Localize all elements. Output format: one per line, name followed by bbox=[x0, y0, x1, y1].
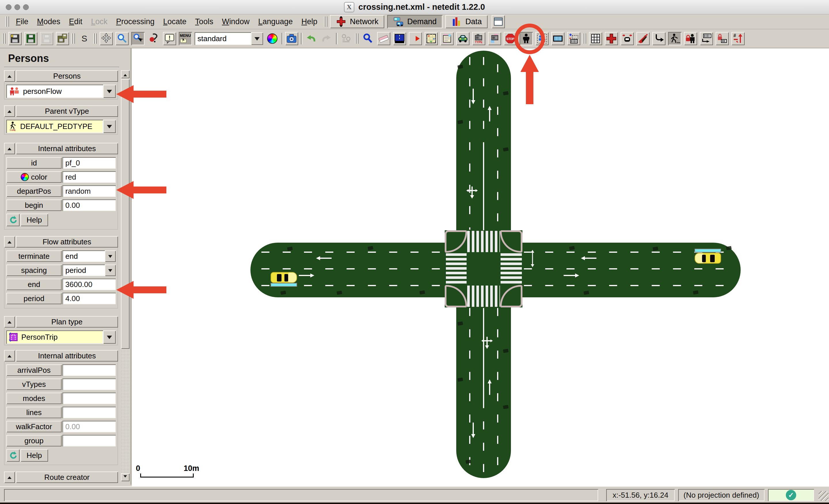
feedback-dialog-button[interactable]: ! bbox=[163, 32, 176, 45]
bus-stop-west[interactable] bbox=[271, 283, 297, 287]
container-trip-button[interactable] bbox=[700, 32, 713, 45]
toolbar-grip-3[interactable] bbox=[94, 33, 97, 44]
route-mode-button[interactable] bbox=[393, 32, 406, 45]
scrollbar-thumb[interactable] bbox=[121, 79, 130, 349]
help-button-1[interactable]: Help bbox=[21, 214, 48, 226]
pedestrian-mode-button[interactable] bbox=[668, 32, 681, 45]
vehicle-west[interactable] bbox=[271, 272, 297, 283]
hide-shapes-button[interactable] bbox=[637, 32, 650, 45]
menu-processing[interactable]: Processing bbox=[112, 15, 159, 28]
type-distribution-button[interactable] bbox=[488, 32, 501, 45]
junction-shape-button[interactable] bbox=[605, 32, 618, 45]
save-additionals-button[interactable] bbox=[24, 32, 37, 45]
period-field[interactable] bbox=[63, 293, 116, 304]
elevation-arrow-button[interactable]: # bbox=[731, 32, 745, 45]
person-element-combo[interactable]: personFlow bbox=[6, 85, 116, 98]
supermode-demand-button[interactable]: Demand bbox=[387, 15, 442, 28]
departpos-field[interactable] bbox=[63, 185, 116, 197]
color-field[interactable] bbox=[63, 171, 116, 183]
recenter-view-button[interactable] bbox=[100, 32, 113, 45]
crosswalk-north[interactable] bbox=[467, 231, 500, 252]
scrollbar-up-button[interactable] bbox=[121, 70, 130, 78]
network-view-canvas[interactable]: 0 10m bbox=[132, 48, 829, 486]
taz-mode-button[interactable] bbox=[440, 32, 454, 45]
resize-grip[interactable] bbox=[819, 491, 828, 501]
vehicle-route-toggle-button[interactable] bbox=[621, 32, 634, 45]
reset-attributes-button[interactable] bbox=[6, 214, 20, 226]
supermode-data-button[interactable]: Data bbox=[445, 15, 488, 28]
menu-file[interactable]: File bbox=[11, 15, 33, 28]
new-window-button[interactable] bbox=[492, 15, 505, 28]
menu-window[interactable]: Window bbox=[218, 15, 254, 28]
lines-field[interactable] bbox=[63, 407, 116, 418]
save-all-button[interactable] bbox=[56, 32, 69, 45]
type-mode-button[interactable]: TYPE bbox=[472, 32, 485, 45]
menu-locate[interactable]: Locate bbox=[159, 15, 191, 28]
color-attribute-button[interactable]: color bbox=[6, 171, 62, 183]
lock-container-button[interactable] bbox=[716, 32, 729, 45]
grid-toggle-button[interactable] bbox=[589, 32, 602, 45]
zoom-mode-button[interactable] bbox=[115, 32, 129, 45]
find-button[interactable] bbox=[361, 32, 374, 45]
minimize-window-button[interactable] bbox=[14, 4, 20, 10]
simulation-breakpoint-button[interactable]: S bbox=[78, 32, 91, 45]
crosswalk-south[interactable] bbox=[467, 286, 500, 307]
vtypes-field[interactable] bbox=[63, 379, 116, 390]
scrollbar-down-button[interactable] bbox=[121, 473, 130, 481]
id-field[interactable] bbox=[63, 157, 116, 169]
inspect-locate-button[interactable] bbox=[131, 32, 144, 45]
undo-button[interactable] bbox=[304, 32, 318, 45]
end-field[interactable] bbox=[63, 279, 116, 290]
collapse-vtype-button[interactable] bbox=[4, 105, 15, 117]
context-help-button[interactable]: X bbox=[147, 32, 160, 45]
collapse-plan-button[interactable] bbox=[4, 316, 15, 328]
arrivalpos-field[interactable] bbox=[63, 364, 116, 376]
supermode-grip[interactable] bbox=[324, 16, 328, 27]
menu-language[interactable]: Language bbox=[254, 15, 297, 28]
delete-mode-button[interactable] bbox=[377, 32, 390, 45]
crosswalk-west[interactable] bbox=[446, 253, 467, 284]
toolbar-grip-5[interactable] bbox=[583, 33, 586, 44]
color-scheme-button[interactable] bbox=[266, 32, 279, 45]
collapse-internal2-button[interactable] bbox=[4, 350, 15, 362]
parent-vtype-dropdown-arrow[interactable] bbox=[103, 120, 116, 133]
screenshot-button[interactable] bbox=[285, 32, 298, 45]
menu-modes[interactable]: Modes bbox=[33, 15, 65, 28]
spacing-dropdown-arrow[interactable] bbox=[105, 264, 116, 276]
vehicle-east[interactable] bbox=[694, 253, 721, 264]
collapse-internal1-button[interactable] bbox=[4, 143, 15, 154]
container-plan-mode-button[interactable] bbox=[567, 32, 580, 45]
menu-tools[interactable]: Tools bbox=[191, 15, 218, 28]
container-mode-button[interactable] bbox=[551, 32, 565, 45]
close-window-button[interactable] bbox=[6, 4, 11, 10]
stop-map-button[interactable] bbox=[425, 32, 438, 45]
show-trips-button[interactable] bbox=[652, 32, 665, 45]
collapse-flow-button[interactable] bbox=[4, 236, 15, 248]
menu-toggle-button[interactable]: MENU bbox=[179, 32, 192, 45]
menu-edit[interactable]: Edit bbox=[65, 15, 87, 28]
zoom-window-button[interactable] bbox=[23, 4, 29, 10]
toolbar-grip-2[interactable] bbox=[72, 33, 75, 44]
lock-person-button[interactable] bbox=[684, 32, 697, 45]
modes-field[interactable] bbox=[63, 393, 116, 404]
vehicle-mode-button[interactable] bbox=[456, 32, 469, 45]
vehicle-arrow-button[interactable] bbox=[409, 32, 422, 45]
group-field[interactable] bbox=[63, 435, 116, 446]
plan-type-combo[interactable]: PersonTrip bbox=[6, 330, 116, 344]
begin-field[interactable] bbox=[63, 200, 116, 211]
collapse-persons-button[interactable] bbox=[4, 70, 15, 82]
plan-type-dropdown-arrow[interactable] bbox=[103, 330, 116, 344]
view-preset-dropdown-arrow[interactable] bbox=[251, 32, 263, 45]
walkfactor-field[interactable] bbox=[63, 421, 116, 432]
crosswalk-east[interactable] bbox=[501, 253, 522, 284]
terminate-dropdown-arrow[interactable] bbox=[105, 250, 116, 262]
parent-vtype-combo[interactable]: TYPE DEFAULT_PEDTYPE bbox=[6, 120, 116, 133]
menubar-grip[interactable] bbox=[6, 16, 9, 27]
help-button-2[interactable]: Help bbox=[21, 449, 48, 462]
reset-plan-attributes-button[interactable] bbox=[6, 449, 20, 462]
view-preset-combo[interactable]: standard bbox=[194, 32, 263, 45]
toolbar-grip-1[interactable] bbox=[2, 33, 6, 44]
bus-stop-east[interactable] bbox=[694, 249, 721, 252]
menu-help[interactable]: Help bbox=[297, 15, 322, 28]
save-network-button[interactable] bbox=[8, 32, 22, 45]
